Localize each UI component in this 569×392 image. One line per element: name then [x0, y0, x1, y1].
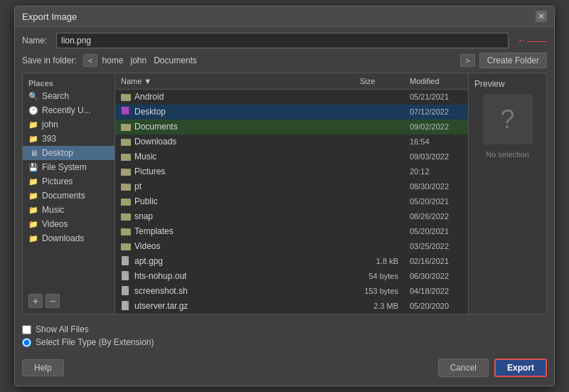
filename-input[interactable]: [56, 33, 509, 48]
places-item-videos[interactable]: 📁 Videos: [23, 217, 115, 231]
column-header-size[interactable]: Size: [354, 75, 404, 87]
column-header-name[interactable]: Name ▼: [115, 75, 354, 87]
preview-area: ?: [483, 95, 533, 144]
file-type-radio[interactable]: [22, 338, 31, 347]
svg-rect-4: [121, 125, 131, 131]
folder-label: Save in folder:: [22, 55, 79, 65]
svg-rect-25: [121, 229, 131, 235]
file-size: [354, 96, 404, 97]
table-row[interactable]: snap08/26/2022: [115, 209, 468, 224]
places-item-label: Downloads: [42, 233, 84, 243]
places-item-search[interactable]: 🔍 Search: [23, 89, 115, 103]
table-row[interactable]: Downloads16:54: [115, 134, 468, 149]
file-icon: [121, 286, 131, 296]
places-item-label: john: [42, 120, 58, 129]
file-size: [354, 141, 404, 142]
table-row[interactable]: Music09/03/2022: [115, 149, 468, 164]
places-item-desktop[interactable]: 🖥 Desktop: [23, 146, 115, 160]
table-row[interactable]: 🟪Desktop07/12/2022: [115, 105, 468, 120]
file-size: [354, 245, 404, 247]
export-button[interactable]: Export: [494, 359, 547, 377]
file-modified: 08/26/2022: [404, 211, 468, 221]
file-name: Music: [134, 152, 156, 161]
file-name: hts-nohup.out: [134, 271, 186, 281]
table-row[interactable]: Videos03/25/2022: [115, 239, 468, 254]
svg-rect-17: [121, 184, 125, 185]
right-buttons: Cancel Export: [438, 359, 547, 377]
svg-rect-10: [121, 154, 131, 161]
no-preview-icon: ?: [500, 105, 514, 134]
remove-place-button[interactable]: −: [46, 294, 60, 308]
file-name: snap: [134, 211, 153, 221]
dialog-title: Export Image: [22, 11, 77, 22]
table-row[interactable]: Documents09/02/2022: [115, 120, 468, 134]
file-name: screenshot.sh: [134, 286, 188, 296]
places-item-label: Music: [42, 205, 64, 215]
create-folder-button[interactable]: Create Folder: [479, 53, 547, 68]
file-size: [354, 216, 404, 217]
breadcrumb-forward-button[interactable]: >: [460, 54, 474, 67]
show-all-files-label[interactable]: Show All Files: [36, 324, 89, 334]
table-row[interactable]: Public05/20/2021: [115, 194, 468, 209]
close-button[interactable]: ✕: [536, 11, 547, 22]
svg-rect-7: [121, 139, 131, 146]
preview-label: Preview: [472, 79, 505, 89]
file-name: Desktop: [134, 107, 166, 117]
folder-icon: [121, 226, 131, 236]
places-item-documents[interactable]: 📁 Documents: [23, 189, 115, 203]
file-name: Pictures: [134, 166, 165, 176]
svg-rect-26: [121, 228, 125, 230]
main-area: Places 🔍 Search 🕐 Recently U... 📁 john 📁…: [22, 73, 547, 314]
folder-icon: 🟪: [121, 107, 131, 117]
places-item-pictures[interactable]: 📁 Pictures: [23, 174, 115, 189]
places-item-recently[interactable]: 🕐 Recently U...: [23, 103, 115, 117]
table-row[interactable]: Templates05/20/2021: [115, 224, 468, 239]
places-item-label: Pictures: [42, 176, 73, 186]
table-row[interactable]: hts-nohup.out54 bytes06/30/2022: [115, 269, 468, 284]
places-item-music[interactable]: 📁 Music: [23, 203, 115, 217]
svg-rect-20: [121, 198, 125, 200]
file-size: [354, 126, 404, 127]
svg-rect-14: [121, 169, 125, 170]
places-panel: Places 🔍 Search 🕐 Recently U... 📁 john 📁…: [23, 73, 115, 314]
cancel-button[interactable]: Cancel: [438, 359, 489, 377]
table-row[interactable]: utserver.tar.gz2.3 MB05/20/2020: [115, 299, 468, 314]
help-button[interactable]: Help: [22, 359, 64, 376]
file-modified: 09/03/2022: [404, 152, 468, 161]
folder-icon: [121, 211, 131, 221]
svg-rect-22: [121, 214, 131, 221]
places-item-filesystem[interactable]: 💾 File System: [23, 160, 115, 174]
bottom-options: Show All Files Select File Type (By Exte…: [22, 322, 547, 350]
breadcrumb-back-button[interactable]: <: [83, 54, 97, 67]
table-row[interactable]: apt.gpg1.8 kB02/16/2021: [115, 254, 468, 269]
table-row[interactable]: pt08/30/2022: [115, 179, 468, 194]
table-row[interactable]: screenshot.sh153 bytes04/18/2022: [115, 284, 468, 299]
table-row[interactable]: Pictures20:12: [115, 164, 468, 179]
add-place-button[interactable]: +: [28, 294, 43, 308]
file-type-label[interactable]: Select File Type (By Extension): [36, 337, 154, 347]
desktop-icon: 🖥: [28, 148, 38, 158]
no-selection-text: No selection: [486, 150, 529, 159]
table-row[interactable]: Android05/21/2021: [115, 90, 468, 105]
places-item-downloads[interactable]: 📁 Downloads: [23, 231, 115, 245]
file-modified: 05/20/2021: [404, 226, 468, 236]
svg-rect-23: [121, 213, 125, 215]
file-size: [354, 186, 404, 187]
show-all-files-checkbox[interactable]: [22, 325, 31, 334]
file-modified: 20:12: [404, 166, 468, 176]
breadcrumb-john[interactable]: john: [127, 54, 149, 67]
file-size: 153 bytes: [354, 286, 404, 296]
places-item-john[interactable]: 📁 john: [23, 117, 115, 132]
file-name: pt: [134, 181, 142, 191]
name-row: Name: ←——: [22, 33, 547, 48]
file-modified: 03/25/2022: [404, 241, 468, 251]
column-header-modified[interactable]: Modified: [404, 75, 468, 87]
folder-icon: 📁: [28, 233, 38, 243]
breadcrumb-documents[interactable]: Documents: [151, 54, 200, 67]
breadcrumb-home[interactable]: home: [99, 54, 126, 67]
folder-icon: [121, 152, 131, 161]
export-image-dialog: Export Image ✕ Name: ←—— Save in folder:…: [14, 6, 555, 386]
folder-icon: [121, 196, 131, 206]
file-modified: 05/21/2021: [404, 92, 468, 102]
places-item-393[interactable]: 📁 393: [23, 132, 115, 146]
